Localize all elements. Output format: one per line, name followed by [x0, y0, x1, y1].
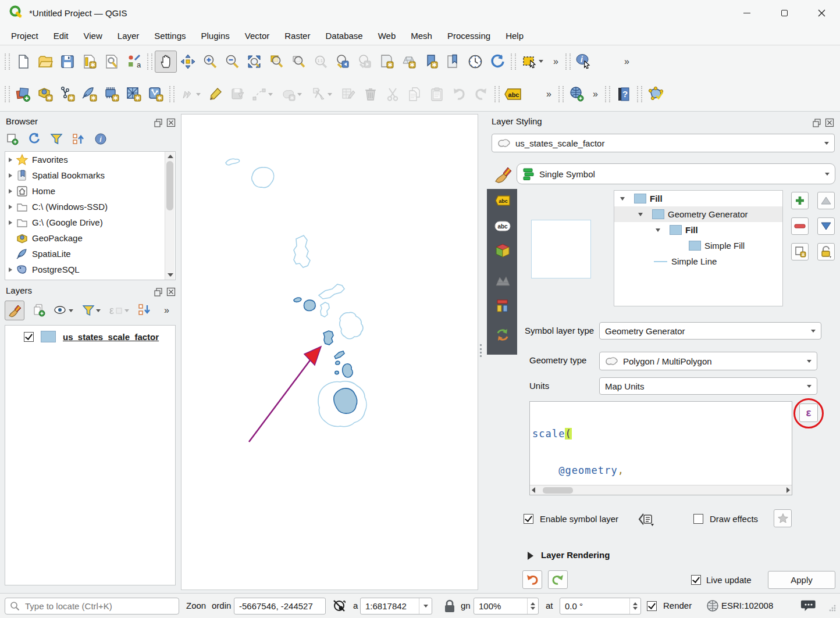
cut-features-button[interactable] — [382, 83, 404, 105]
style-manager-button[interactable]: a — [123, 51, 145, 73]
locate-box[interactable] — [5, 598, 179, 615]
minimize-button[interactable] — [728, 0, 766, 26]
zoom-next-button[interactable] — [354, 51, 376, 73]
float-panel-button[interactable] — [153, 117, 163, 127]
toolbar-overflow-button[interactable]: » — [542, 89, 556, 99]
spin-up-icon[interactable] — [633, 602, 638, 605]
toggle-editing-button[interactable] — [205, 83, 227, 105]
live-update-checkbox[interactable] — [691, 575, 701, 585]
close-panel-button[interactable] — [824, 117, 834, 127]
expander-icon[interactable] — [9, 220, 12, 225]
layer-rendering-label[interactable]: Layer Rendering — [541, 550, 610, 560]
scale-combo[interactable]: 1:6817842 — [360, 598, 432, 615]
refresh-map-button[interactable] — [486, 51, 508, 73]
toolbar-grip[interactable] — [558, 86, 564, 102]
browser-scrollbar[interactable] — [165, 152, 175, 280]
new-spatial-bookmark-button[interactable] — [420, 51, 442, 73]
filter-legend-button[interactable] — [82, 305, 102, 316]
layout-manager-button[interactable] — [101, 51, 123, 73]
layer-name[interactable]: us_states_scale_factor — [63, 332, 159, 342]
expression-h-scrollbar[interactable] — [530, 485, 792, 495]
float-panel-button[interactable] — [153, 287, 163, 297]
current-edits-button[interactable] — [177, 83, 205, 105]
scrollbar-thumb[interactable] — [166, 161, 173, 210]
layer-rendering-expander[interactable] — [528, 552, 533, 560]
browser-item-spatialite[interactable]: SpatiaLite — [5, 246, 175, 262]
style-undo-button[interactable] — [522, 570, 542, 589]
tab-history[interactable] — [495, 327, 510, 344]
move-down-button[interactable] — [817, 217, 835, 235]
browser-item-spatial-bookmarks[interactable]: Spatial Bookmarks — [5, 167, 175, 183]
toolbar-grip[interactable] — [5, 53, 10, 70]
expander-icon[interactable] — [638, 213, 643, 216]
spin-down-icon[interactable] — [531, 607, 535, 610]
menu-project[interactable]: Project — [3, 28, 46, 43]
duplicate-symbol-layer-button[interactable] — [791, 243, 809, 260]
expander-icon[interactable] — [9, 189, 12, 194]
menu-mesh[interactable]: Mesh — [403, 28, 440, 43]
resize-grip[interactable] — [828, 604, 837, 614]
move-up-button[interactable] — [817, 192, 835, 209]
new-print-layout-button[interactable] — [79, 51, 101, 73]
toolbar-grip[interactable] — [5, 86, 10, 102]
new-geopackage-layer-button[interactable] — [34, 83, 56, 105]
magnifier-spinbox[interactable]: 100% — [474, 598, 539, 615]
layer-row-us-states-scale-factor[interactable]: us_states_scale_factor — [5, 328, 175, 345]
scroll-right-icon[interactable] — [786, 487, 790, 493]
apply-button[interactable]: Apply — [768, 571, 835, 589]
new-virtual-layer-button[interactable] — [101, 83, 123, 105]
layer-symbol-swatch[interactable] — [41, 331, 56, 342]
new-spatialite-layer-button[interactable] — [79, 83, 101, 105]
new-project-button[interactable] — [12, 51, 34, 73]
zoom-native-resolution-button[interactable]: 1:1 — [309, 51, 332, 73]
geometry-type-combo[interactable]: Polygon / MultiPolygon — [599, 352, 817, 370]
filter-expression-button[interactable]: ε — [109, 305, 130, 317]
symbol-node-fill2[interactable]: Fill — [614, 222, 782, 238]
expander-icon[interactable] — [9, 267, 12, 272]
extents-icon[interactable] — [332, 598, 348, 616]
add-group-button[interactable] — [32, 303, 46, 319]
new-shapefile-layer-button[interactable] — [56, 83, 79, 105]
toolbar-grip[interactable] — [169, 86, 175, 102]
toolbar-grip[interactable] — [605, 86, 610, 102]
new-3d-map-view-button[interactable] — [398, 51, 420, 73]
menu-database[interactable]: Database — [318, 28, 370, 43]
scrollbar-thumb[interactable] — [543, 487, 573, 494]
expander-icon[interactable] — [656, 228, 660, 232]
messages-button[interactable] — [800, 599, 817, 615]
menu-web[interactable]: Web — [371, 28, 404, 43]
maximize-button[interactable] — [766, 0, 803, 26]
toolbar-overflow-button[interactable]: » — [549, 56, 563, 67]
tab-diagrams[interactable] — [495, 298, 510, 315]
menu-view[interactable]: View — [76, 28, 110, 43]
menu-help[interactable]: Help — [498, 28, 531, 43]
data-source-manager-button[interactable] — [12, 83, 34, 105]
check-geometries-button[interactable] — [645, 83, 667, 105]
renderer-combo[interactable]: Single Symbol — [517, 163, 835, 184]
new-gpx-layer-button[interactable] — [145, 83, 167, 105]
temporal-controller-button[interactable] — [464, 51, 486, 73]
delete-selected-button[interactable] — [360, 83, 382, 105]
close-panel-button[interactable] — [166, 117, 176, 127]
browser-refresh-button[interactable] — [28, 133, 41, 147]
browser-item-favorites[interactable]: Favorites — [5, 152, 175, 167]
browser-item-c-drive[interactable]: C:\ (Windows-SSD) — [5, 199, 175, 215]
symbol-node-simple-line[interactable]: Simple Line — [614, 253, 782, 269]
menu-raster[interactable]: Raster — [277, 28, 318, 43]
units-combo[interactable]: Map Units — [599, 377, 817, 395]
expander-icon[interactable] — [620, 197, 625, 201]
show-spatial-bookmarks-button[interactable] — [442, 51, 464, 73]
remove-symbol-layer-button[interactable] — [791, 217, 809, 235]
layer-visibility-checkbox[interactable] — [24, 332, 34, 342]
locate-input[interactable] — [24, 601, 174, 612]
pan-map-button[interactable] — [155, 51, 177, 73]
help-button[interactable]: ? — [613, 83, 635, 105]
zoom-full-extent-button[interactable] — [243, 51, 265, 73]
new-map-view-button[interactable] — [376, 51, 398, 73]
crs-value[interactable]: ESRI:102008 — [721, 601, 773, 610]
toolbar-grip[interactable] — [494, 86, 500, 102]
browser-item-geopackage[interactable]: GeoPackage — [5, 230, 175, 246]
expander-icon[interactable] — [9, 173, 12, 178]
identify-features-button[interactable]: i — [573, 51, 595, 73]
digitize-segment-button[interactable] — [249, 83, 277, 105]
